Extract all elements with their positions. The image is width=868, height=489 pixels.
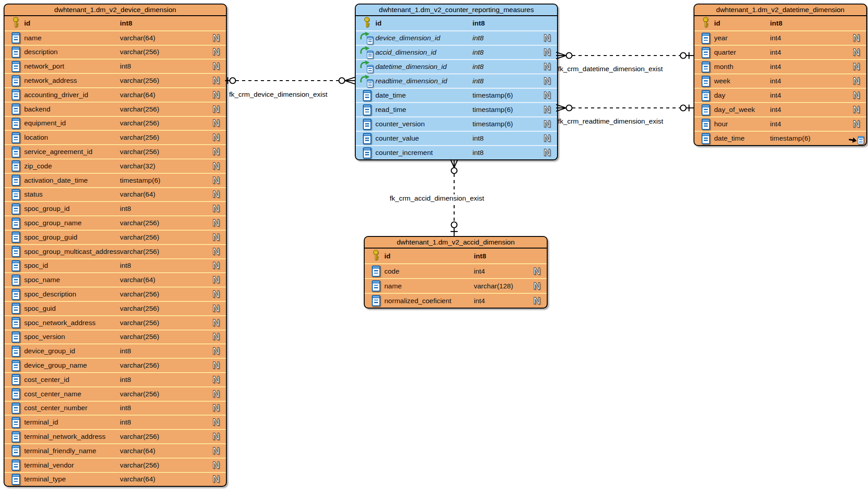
relationship-layer [0,0,868,489]
relationship-fk_crm_device_dimension_exist[interactable] [225,77,355,84]
er-diagram-canvas: dwhtenant_1.dm_v2_device_dimensionidint8… [0,0,868,489]
relationship-label[interactable]: fk_crm_readtime_dimension_exist [558,117,663,125]
relationship-label[interactable]: fk_crm_device_dimension_exist [229,90,328,99]
relationship-fk_crm_datetime_dimension_exist[interactable] [556,52,694,59]
relationship-label[interactable]: fk_crm_accid_dimension_exist [388,194,485,202]
relationship-fk_crm_readtime_dimension_exist[interactable] [556,105,694,112]
relationship-label[interactable]: fk_crm_datetime_dimension_exist [558,65,663,73]
